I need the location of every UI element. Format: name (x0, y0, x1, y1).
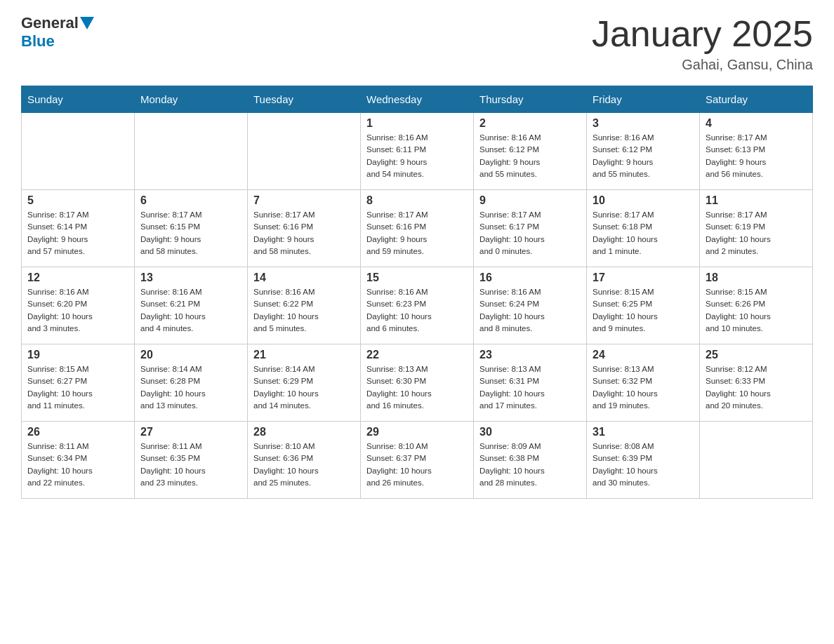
calendar-week-3: 12Sunrise: 8:16 AM Sunset: 6:20 PM Dayli… (22, 267, 813, 344)
calendar-cell: 11Sunrise: 8:17 AM Sunset: 6:19 PM Dayli… (700, 190, 813, 267)
calendar-cell: 2Sunrise: 8:16 AM Sunset: 6:12 PM Daylig… (474, 113, 587, 190)
title-block: January 2025 Gahai, Gansu, China (592, 14, 813, 73)
day-info: Sunrise: 8:16 AM Sunset: 6:22 PM Dayligh… (253, 286, 355, 335)
calendar-cell: 20Sunrise: 8:14 AM Sunset: 6:28 PM Dayli… (135, 344, 248, 422)
calendar-cell: 16Sunrise: 8:16 AM Sunset: 6:24 PM Dayli… (474, 267, 587, 344)
day-info: Sunrise: 8:12 AM Sunset: 6:33 PM Dayligh… (706, 363, 807, 412)
month-title: January 2025 (592, 14, 813, 54)
location-subtitle: Gahai, Gansu, China (592, 57, 813, 73)
calendar-cell: 23Sunrise: 8:13 AM Sunset: 6:31 PM Dayli… (474, 344, 587, 422)
logo: General Blue (21, 14, 95, 51)
day-number: 15 (366, 271, 468, 284)
day-number: 14 (253, 271, 355, 284)
weekday-header-sunday: Sunday (22, 86, 135, 113)
day-number: 6 (140, 194, 241, 207)
calendar-cell: 5Sunrise: 8:17 AM Sunset: 6:14 PM Daylig… (22, 190, 135, 267)
day-number: 26 (27, 426, 128, 438)
calendar-cell: 25Sunrise: 8:12 AM Sunset: 6:33 PM Dayli… (700, 344, 813, 422)
day-info: Sunrise: 8:10 AM Sunset: 6:37 PM Dayligh… (366, 441, 468, 489)
day-info: Sunrise: 8:10 AM Sunset: 6:36 PM Dayligh… (253, 441, 355, 489)
weekday-header-friday: Friday (587, 86, 700, 113)
day-info: Sunrise: 8:09 AM Sunset: 6:38 PM Dayligh… (479, 441, 581, 489)
day-info: Sunrise: 8:13 AM Sunset: 6:31 PM Dayligh… (479, 363, 581, 412)
day-number: 22 (366, 349, 468, 361)
day-info: Sunrise: 8:17 AM Sunset: 6:15 PM Dayligh… (140, 209, 241, 257)
day-info: Sunrise: 8:16 AM Sunset: 6:12 PM Dayligh… (479, 132, 581, 180)
day-number: 21 (253, 349, 355, 361)
weekday-header-monday: Monday (135, 86, 248, 113)
day-number: 12 (27, 271, 128, 284)
day-number: 18 (706, 271, 807, 284)
calendar-cell (700, 422, 813, 499)
calendar-cell: 7Sunrise: 8:17 AM Sunset: 6:16 PM Daylig… (248, 190, 361, 267)
day-info: Sunrise: 8:15 AM Sunset: 6:27 PM Dayligh… (27, 363, 128, 412)
calendar-cell: 22Sunrise: 8:13 AM Sunset: 6:30 PM Dayli… (361, 344, 474, 422)
day-number: 29 (366, 426, 468, 438)
day-info: Sunrise: 8:17 AM Sunset: 6:19 PM Dayligh… (706, 209, 807, 257)
calendar-cell: 1Sunrise: 8:16 AM Sunset: 6:11 PM Daylig… (361, 113, 474, 190)
page-header: General Blue January 2025 Gahai, Gansu, … (21, 14, 813, 73)
day-info: Sunrise: 8:14 AM Sunset: 6:29 PM Dayligh… (253, 363, 355, 412)
day-number: 5 (27, 194, 128, 207)
day-number: 24 (593, 349, 694, 361)
calendar-cell: 3Sunrise: 8:16 AM Sunset: 6:12 PM Daylig… (587, 113, 700, 190)
calendar-cell: 28Sunrise: 8:10 AM Sunset: 6:36 PM Dayli… (248, 422, 361, 499)
day-info: Sunrise: 8:11 AM Sunset: 6:35 PM Dayligh… (140, 441, 241, 489)
calendar-cell (22, 113, 135, 190)
calendar-week-5: 26Sunrise: 8:11 AM Sunset: 6:34 PM Dayli… (22, 422, 813, 499)
day-number: 31 (593, 426, 694, 438)
weekday-header-row: SundayMondayTuesdayWednesdayThursdayFrid… (22, 86, 813, 113)
calendar-cell: 4Sunrise: 8:17 AM Sunset: 6:13 PM Daylig… (700, 113, 813, 190)
day-info: Sunrise: 8:13 AM Sunset: 6:32 PM Dayligh… (593, 363, 694, 412)
calendar-cell (248, 113, 361, 190)
day-info: Sunrise: 8:15 AM Sunset: 6:25 PM Dayligh… (593, 286, 694, 335)
weekday-header-saturday: Saturday (700, 86, 813, 113)
day-number: 9 (479, 194, 581, 207)
calendar-cell: 9Sunrise: 8:17 AM Sunset: 6:17 PM Daylig… (474, 190, 587, 267)
day-number: 11 (706, 194, 807, 207)
day-info: Sunrise: 8:17 AM Sunset: 6:16 PM Dayligh… (366, 209, 468, 257)
day-number: 13 (140, 271, 241, 284)
day-info: Sunrise: 8:16 AM Sunset: 6:24 PM Dayligh… (479, 286, 581, 335)
calendar-cell: 12Sunrise: 8:16 AM Sunset: 6:20 PM Dayli… (22, 267, 135, 344)
day-info: Sunrise: 8:16 AM Sunset: 6:20 PM Dayligh… (27, 286, 128, 335)
day-number: 10 (593, 194, 694, 207)
day-number: 23 (479, 349, 581, 361)
calendar-cell: 10Sunrise: 8:17 AM Sunset: 6:18 PM Dayli… (587, 190, 700, 267)
day-number: 27 (140, 426, 241, 438)
day-number: 25 (706, 349, 807, 361)
day-info: Sunrise: 8:11 AM Sunset: 6:34 PM Dayligh… (27, 441, 128, 489)
day-info: Sunrise: 8:17 AM Sunset: 6:17 PM Dayligh… (479, 209, 581, 257)
calendar-cell: 21Sunrise: 8:14 AM Sunset: 6:29 PM Dayli… (248, 344, 361, 422)
day-number: 8 (366, 194, 468, 207)
day-info: Sunrise: 8:15 AM Sunset: 6:26 PM Dayligh… (706, 286, 807, 335)
calendar-week-1: 1Sunrise: 8:16 AM Sunset: 6:11 PM Daylig… (22, 113, 813, 190)
day-number: 19 (27, 349, 128, 361)
calendar-cell: 15Sunrise: 8:16 AM Sunset: 6:23 PM Dayli… (361, 267, 474, 344)
calendar-table: SundayMondayTuesdayWednesdayThursdayFrid… (21, 86, 813, 499)
day-number: 4 (706, 117, 807, 130)
calendar-cell: 31Sunrise: 8:08 AM Sunset: 6:39 PM Dayli… (587, 422, 700, 499)
day-info: Sunrise: 8:14 AM Sunset: 6:28 PM Dayligh… (140, 363, 241, 412)
day-number: 16 (479, 271, 581, 284)
weekday-header-thursday: Thursday (474, 86, 587, 113)
calendar-cell: 6Sunrise: 8:17 AM Sunset: 6:15 PM Daylig… (135, 190, 248, 267)
day-number: 7 (253, 194, 355, 207)
calendar-cell: 8Sunrise: 8:17 AM Sunset: 6:16 PM Daylig… (361, 190, 474, 267)
logo-general-text: General (21, 14, 79, 32)
day-info: Sunrise: 8:16 AM Sunset: 6:21 PM Dayligh… (140, 286, 241, 335)
calendar-cell: 19Sunrise: 8:15 AM Sunset: 6:27 PM Dayli… (22, 344, 135, 422)
day-info: Sunrise: 8:13 AM Sunset: 6:30 PM Dayligh… (366, 363, 468, 412)
day-number: 28 (253, 426, 355, 438)
calendar-cell (135, 113, 248, 190)
calendar-cell: 18Sunrise: 8:15 AM Sunset: 6:26 PM Dayli… (700, 267, 813, 344)
day-number: 3 (593, 117, 694, 130)
calendar-week-4: 19Sunrise: 8:15 AM Sunset: 6:27 PM Dayli… (22, 344, 813, 422)
calendar-cell: 26Sunrise: 8:11 AM Sunset: 6:34 PM Dayli… (22, 422, 135, 499)
day-info: Sunrise: 8:16 AM Sunset: 6:12 PM Dayligh… (593, 132, 694, 180)
calendar-cell: 17Sunrise: 8:15 AM Sunset: 6:25 PM Dayli… (587, 267, 700, 344)
day-info: Sunrise: 8:17 AM Sunset: 6:14 PM Dayligh… (27, 209, 128, 257)
day-info: Sunrise: 8:17 AM Sunset: 6:16 PM Dayligh… (253, 209, 355, 257)
calendar-cell: 14Sunrise: 8:16 AM Sunset: 6:22 PM Dayli… (248, 267, 361, 344)
day-info: Sunrise: 8:17 AM Sunset: 6:18 PM Dayligh… (593, 209, 694, 257)
